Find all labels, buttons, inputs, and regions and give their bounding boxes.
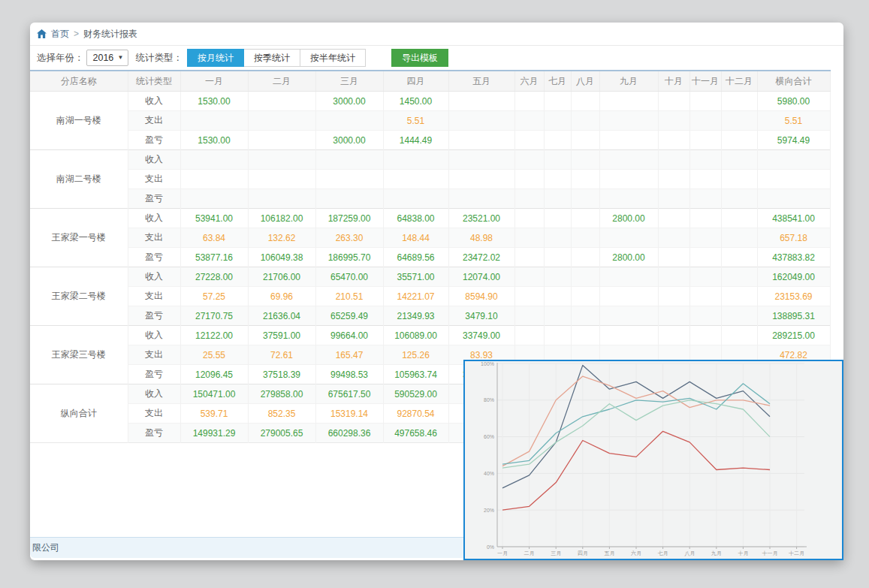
value-cell (689, 92, 721, 111)
half-year-stat-button[interactable]: 按半年统计 (300, 49, 366, 67)
value-cell (689, 131, 721, 150)
x-axis-tick-label: 七月 (658, 550, 668, 556)
table-row: 支出57.2569.96210.5114221.078594.9023153.6… (30, 287, 830, 306)
value-cell (721, 228, 757, 248)
value-cell (544, 111, 571, 131)
value-cell: 106049.38 (248, 248, 315, 267)
value-cell (599, 326, 658, 345)
y-axis-tick-label: 60% (484, 434, 494, 439)
value-cell (757, 189, 830, 209)
x-axis-tick-label: 八月 (684, 550, 695, 556)
value-cell (689, 209, 721, 228)
value-cell (315, 170, 383, 189)
column-header: 六月 (514, 71, 544, 92)
value-cell (689, 228, 721, 248)
value-cell (599, 111, 658, 131)
stat-type-cell: 盈亏 (128, 248, 180, 267)
x-axis-tick-label: 十二月 (789, 550, 804, 556)
value-cell (658, 92, 689, 111)
x-axis-tick-label: 三月 (551, 550, 561, 556)
value-cell (544, 287, 571, 306)
y-axis-tick-label: 40% (484, 471, 494, 476)
value-cell (658, 248, 689, 267)
value-cell (448, 92, 514, 111)
value-cell: 105963.74 (383, 365, 448, 384)
column-header: 五月 (448, 71, 514, 92)
value-cell (180, 111, 248, 131)
value-cell: 106089.00 (383, 326, 448, 345)
value-cell: 21636.04 (248, 306, 315, 326)
value-cell (544, 248, 571, 267)
value-cell: 187259.00 (315, 209, 383, 228)
value-cell: 53941.00 (180, 209, 248, 228)
value-cell (248, 131, 315, 150)
stat-type-cell: 盈亏 (128, 189, 180, 209)
export-template-button[interactable]: 导出模板 (391, 49, 448, 67)
value-cell (248, 111, 315, 131)
value-cell (248, 92, 315, 111)
value-cell (248, 170, 315, 189)
value-cell: 99664.00 (315, 326, 383, 345)
year-select[interactable]: 2016 ▼ (86, 50, 128, 66)
value-cell (599, 131, 658, 150)
stat-type-cell: 收入 (128, 150, 180, 170)
branch-name-cell: 王家梁一号楼 (30, 209, 128, 267)
value-cell: 263.30 (315, 228, 383, 248)
stat-type-cell: 支出 (128, 287, 180, 306)
value-cell (721, 326, 757, 345)
column-header: 二月 (248, 71, 315, 92)
value-cell: 279005.65 (248, 424, 315, 443)
value-cell: 12096.45 (180, 365, 248, 384)
value-cell (514, 287, 544, 306)
stat-type-cell: 盈亏 (128, 365, 180, 384)
value-cell: 21349.93 (383, 306, 448, 326)
value-cell (544, 306, 571, 326)
value-cell: 675617.50 (315, 384, 383, 404)
stat-type-cell: 支出 (128, 170, 180, 189)
value-cell (689, 248, 721, 267)
value-cell: 35571.00 (383, 267, 448, 287)
value-cell (658, 306, 689, 326)
value-cell (658, 131, 689, 150)
value-cell (544, 189, 571, 209)
value-cell: 438541.00 (757, 209, 830, 228)
value-cell: 162049.00 (757, 267, 830, 287)
table-row: 支出63.84132.62263.30148.4448.98657.18 (30, 228, 830, 248)
branch-name-cell: 王家梁三号楼 (30, 326, 128, 384)
column-header: 九月 (599, 71, 658, 92)
quarterly-stat-button[interactable]: 按季统计 (243, 49, 300, 67)
value-cell (721, 150, 757, 170)
breadcrumb-current: 财务统计报表 (83, 28, 137, 41)
value-cell: 5980.00 (757, 92, 830, 111)
value-cell: 2800.00 (599, 209, 658, 228)
value-cell: 33749.00 (448, 326, 514, 345)
breadcrumb-home-link[interactable]: 首页 (51, 28, 69, 41)
x-axis-tick-label: 九月 (711, 550, 722, 556)
value-cell (757, 170, 830, 189)
monthly-stat-button[interactable]: 按月统计 (187, 49, 244, 67)
year-select-label: 选择年份： (37, 52, 84, 65)
value-cell: 23472.02 (448, 248, 514, 267)
home-icon[interactable] (37, 29, 47, 38)
value-cell: 279858.00 (248, 384, 315, 404)
value-cell: 165.47 (315, 345, 383, 365)
value-cell: 92870.54 (383, 404, 448, 424)
value-cell (571, 150, 599, 170)
breadcrumb: 首页 > 财务统计报表 (30, 23, 843, 46)
table-row: 支出5.515.51 (30, 111, 830, 131)
value-cell (544, 267, 571, 287)
value-cell: 57.25 (180, 287, 248, 306)
chart-overlay-panel: 0%20%40%60%80%100%一月二月三月四月五月六月七月八月九月十月十一… (463, 360, 843, 560)
value-cell (757, 150, 830, 170)
value-cell: 23521.00 (448, 209, 514, 228)
value-cell (514, 170, 544, 189)
table-header-row: 分店名称统计类型一月二月三月四月五月六月七月八月九月十月十一月十二月横向合计 (30, 71, 830, 92)
value-cell: 5.51 (383, 111, 448, 131)
value-cell: 25.55 (180, 345, 248, 365)
value-cell (544, 326, 571, 345)
value-cell (248, 150, 315, 170)
breadcrumb-separator-icon: > (74, 29, 79, 39)
x-axis-tick-label: 一月 (497, 550, 508, 556)
value-cell (658, 170, 689, 189)
value-cell: 657.18 (757, 228, 830, 248)
